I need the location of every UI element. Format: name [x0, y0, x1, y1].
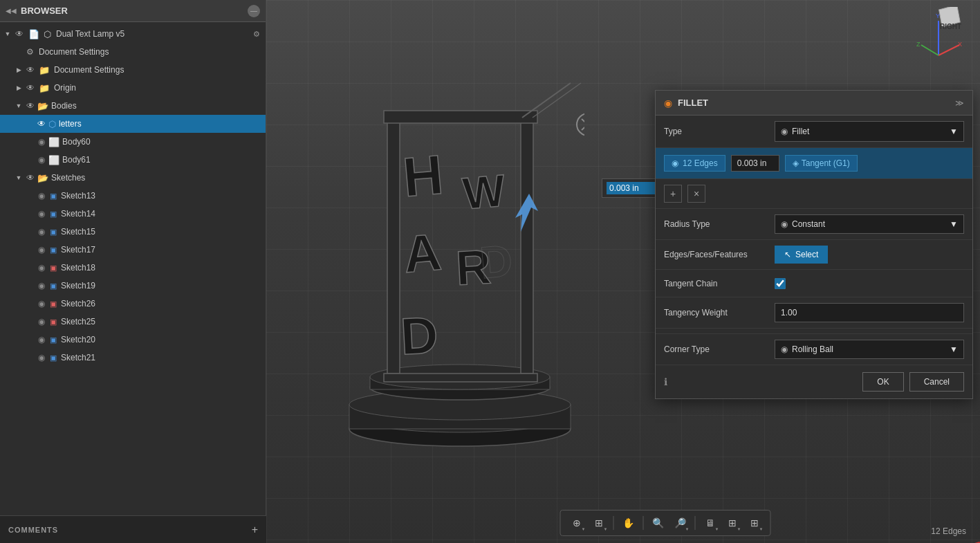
browser-minimize-button[interactable]: —	[248, 5, 260, 17]
ok-button[interactable]: OK	[862, 372, 903, 392]
tangent-chain-checkbox-wrapper	[775, 278, 786, 289]
tree-item-sketch26[interactable]: ◉ ▣ Sketch26	[0, 295, 266, 313]
zoom-dropdown-button[interactable]: 🔎	[670, 513, 691, 533]
eye-bodies-icon[interactable]: 👁	[24, 99, 37, 113]
type-dropdown-icon: ◉	[781, 127, 788, 136]
edges-icon: ◉	[672, 158, 678, 168]
root-settings-icon[interactable]: ⚙	[253, 30, 260, 39]
sketch15-icon: ▣	[50, 228, 57, 237]
eye-sketch26-icon[interactable]: ◉	[35, 297, 48, 311]
tree-item-sketch25[interactable]: ◉ ▣ Sketch25	[0, 313, 266, 331]
fillet-panel-expand-button[interactable]: ≫	[955, 98, 964, 108]
svg-text:X: X	[958, 41, 962, 48]
tree-item-sketch18[interactable]: ◉ ▣ Sketch18	[0, 259, 266, 277]
svg-text:Y: Y	[936, 12, 940, 19]
eye-sketch17-icon[interactable]: ◉	[35, 243, 48, 257]
eye-root-icon[interactable]: 👁	[12, 27, 26, 41]
zoom-button[interactable]: 🔍	[648, 513, 669, 533]
view-layout-button[interactable]: ⊞	[744, 513, 765, 533]
edges-faces-row: Edges/Faces/Features ↖ Select	[656, 240, 972, 270]
display-mode-button[interactable]: 🖥	[700, 513, 721, 533]
body60-label: Body60	[62, 137, 91, 147]
tree-item-sketch14[interactable]: ◉ ▣ Sketch14	[0, 205, 266, 223]
browser-collapse-icon[interactable]: ◀◀	[6, 7, 17, 15]
corner-type-icon: ◉	[781, 344, 788, 354]
tree-item-document-settings[interactable]: ⚙ Document Settings	[0, 43, 266, 61]
fillet-value-input-container	[602, 178, 660, 198]
sketch18-label: Sketch18	[61, 263, 95, 273]
radius-type-label: Radius Type	[664, 219, 775, 229]
pan-button[interactable]: ✋	[618, 513, 639, 533]
eye-letters-icon[interactable]: 👁	[35, 117, 48, 131]
eye-sketch18-icon[interactable]: ◉	[35, 261, 48, 275]
sketch17-label: Sketch17	[61, 245, 95, 255]
view-cube[interactable]: RIGHT X Y Z	[911, 7, 966, 62]
tree-item-sketches[interactable]: ▼ 👁 📂 Sketches	[0, 169, 266, 187]
corner-type-dropdown[interactable]: ◉ Rolling Ball ▼	[775, 340, 964, 359]
expand-sketch26-icon	[25, 299, 35, 309]
expand-bodies-icon: ▼	[14, 101, 24, 111]
grid-button[interactable]: ⊞	[722, 513, 743, 533]
tree-item-body60[interactable]: ◉ ⬜ Body60	[0, 133, 266, 151]
bottom-toolbar: ⊕ ⊞ ✋ 🔍 🔎 🖥 ⊞ ⊞	[560, 510, 771, 536]
tree-item-root[interactable]: ▼ 👁 📄 ⬡ Dual Text Lamp v5 ⚙	[0, 25, 266, 43]
eye-sketch21-icon[interactable]: ◉	[35, 351, 48, 365]
browser-header: ◀◀ BROWSER —	[0, 0, 266, 22]
tree-item-sketch21[interactable]: ◉ ▣ Sketch21	[0, 349, 266, 367]
eye-origin-icon[interactable]: 👁	[24, 81, 37, 95]
add-edge-button[interactable]: +	[664, 185, 682, 203]
tree-item-bodies[interactable]: ▼ 👁 📂 Bodies	[0, 97, 266, 115]
select-button[interactable]: ↖ Select	[775, 246, 828, 264]
transform-button[interactable]: ⊕	[566, 513, 587, 533]
named-views-label: Document Settings	[54, 65, 124, 75]
corner-type-label: Corner Type	[664, 344, 775, 354]
tree-item-sketch19[interactable]: ◉ ▣ Sketch19	[0, 277, 266, 295]
sketch14-label: Sketch14	[61, 209, 95, 219]
tangent-chain-label: Tangent Chain	[664, 279, 775, 288]
fillet-value-input[interactable]	[607, 182, 655, 194]
model-svg: H W A R D D	[335, 55, 584, 457]
edges-count-status: 12 Edges	[931, 526, 966, 536]
tree-item-sketch20[interactable]: ◉ ▣ Sketch20	[0, 331, 266, 349]
tangent-chain-checkbox[interactable]	[775, 278, 786, 289]
tree-item-sketch15[interactable]: ◉ ▣ Sketch15	[0, 223, 266, 241]
toolbar-divider-3	[695, 516, 696, 530]
remove-edge-button[interactable]: ×	[687, 185, 705, 203]
tree-item-sketch17[interactable]: ◉ ▣ Sketch17	[0, 241, 266, 259]
edges-select-button[interactable]: ◉ 12 Edges	[664, 155, 725, 172]
sketch15-label: Sketch15	[61, 227, 95, 237]
eye-sketches-icon[interactable]: 👁	[24, 171, 37, 185]
svg-rect-10	[384, 374, 537, 382]
eye-sketch14-icon[interactable]: ◉	[35, 207, 48, 221]
tree-item-origin[interactable]: ▶ 👁 📁 Origin	[0, 79, 266, 97]
eye-sketch13-icon[interactable]: ◉	[35, 189, 48, 203]
select-label: Select	[795, 250, 818, 259]
tangency-weight-input[interactable]	[775, 303, 964, 322]
edge-type-button[interactable]: ◈ Tangent (G1)	[785, 155, 858, 172]
eye-body61-icon[interactable]: ◉	[35, 153, 48, 167]
tree-item-sketch13[interactable]: ◉ ▣ Sketch13	[0, 187, 266, 205]
eye-sketch15-icon[interactable]: ◉	[35, 225, 48, 239]
eye-sketch20-icon[interactable]: ◉	[35, 333, 48, 347]
expand-body60-icon	[25, 137, 35, 147]
fillet-panel-footer: ℹ OK Cancel	[656, 365, 972, 398]
eye-named-views-icon[interactable]: 👁	[24, 63, 37, 77]
eye-body60-icon[interactable]: ◉	[35, 135, 48, 149]
svg-rect-9	[384, 111, 537, 123]
display-button[interactable]: ⊞	[589, 513, 609, 533]
eye-sketch25-icon[interactable]: ◉	[35, 315, 48, 329]
type-dropdown[interactable]: ◉ Fillet ▼	[775, 121, 964, 142]
select-cursor-icon: ↖	[784, 250, 791, 259]
tree-item-named-views[interactable]: ▶ 👁 📁 Document Settings	[0, 61, 266, 79]
corner-type-value: Rolling Ball	[792, 344, 833, 354]
tree-item-letters[interactable]: 👁 ⬡ letters	[0, 115, 266, 133]
eye-sketch19-icon[interactable]: ◉	[35, 279, 48, 293]
expand-sketch21-icon	[25, 353, 35, 362]
comments-label: COMMENTS	[8, 526, 58, 534]
comments-add-button[interactable]: +	[252, 524, 258, 536]
cancel-button[interactable]: Cancel	[909, 372, 964, 392]
radius-type-dropdown[interactable]: ◉ Constant ▼	[775, 214, 964, 234]
expand-sketch14-icon	[25, 209, 35, 219]
svg-rect-8	[521, 118, 533, 374]
tree-item-body61[interactable]: ◉ ⬜ Body61	[0, 151, 266, 169]
